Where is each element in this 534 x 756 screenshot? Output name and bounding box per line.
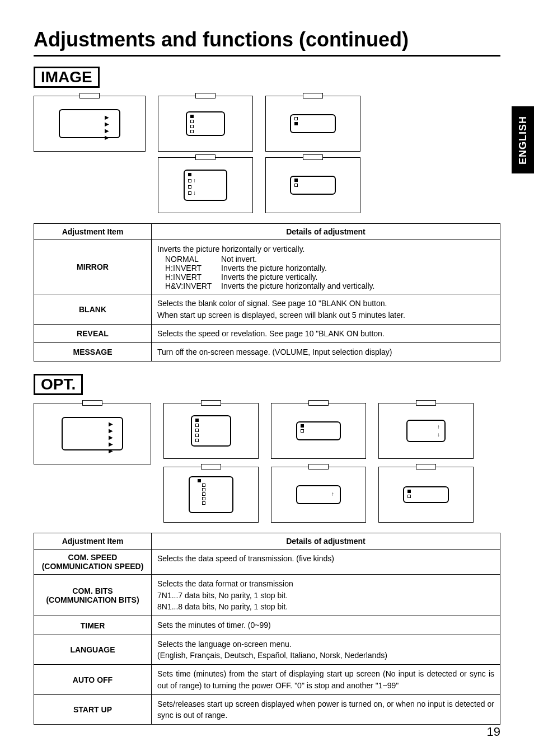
details-cell: Sets/releases start up screen displayed …: [152, 694, 500, 725]
screen-tab-icon: [82, 400, 102, 406]
diagram-opt-c1: ↑↓: [378, 403, 474, 459]
inner-screen: [290, 114, 336, 133]
details-cell: Sets the minutes of timer. (0~99): [152, 616, 500, 635]
screen-tab-icon: [79, 93, 100, 98]
th-item: Adjustment Item: [34, 224, 152, 240]
details-text: Selects the data speed of transmission. …: [157, 553, 494, 564]
inner-screen: [191, 415, 231, 447]
diagram-opt-main: ▶▶▶▶▶: [34, 403, 151, 464]
diagram-menu-list1: [158, 96, 253, 152]
tree-icon: [198, 479, 205, 505]
item-cell: COM. BITS (COMMUNICATION BITS): [34, 575, 152, 616]
table-row: COM. BITS (COMMUNICATION BITS) Selects t…: [34, 575, 500, 616]
details-cell: Inverts the picture horizontally or vert…: [152, 240, 500, 294]
item-cell: REVEAL: [34, 324, 152, 342]
diagram-menu-select2: [265, 157, 360, 213]
item-cell: COM. SPEED (COMMUNICATION SPEED): [34, 550, 152, 575]
table-row: REVEAL Selects the speed or revelation. …: [34, 324, 500, 342]
section-label-opt: OPT.: [34, 374, 83, 395]
diagram-opt-a2: [163, 467, 259, 523]
diagram-menu-list2: ↑ ↓: [158, 157, 253, 213]
item-subtitle: (COMMUNICATION SPEED): [40, 562, 146, 571]
details-cell: Selects the speed or revelation. See pag…: [152, 324, 500, 342]
screen-tab-icon: [303, 93, 323, 98]
page-number: 19: [487, 725, 500, 739]
mirror-options: NORMALNot invert. H:INVERTInverts the pi…: [157, 255, 494, 290]
menu-list-icon: [190, 115, 194, 133]
details-text: Sets/releases start up screen displayed …: [157, 698, 494, 721]
item-title: COM. BITS: [72, 586, 113, 595]
details-text: Sets the minutes of timer. (0~99): [157, 619, 494, 631]
menu-list-icon: [294, 117, 298, 125]
updown-arrow-icon: ↑↓: [437, 424, 440, 438]
details-cell: Selects the language on-screen menu. (En…: [152, 635, 500, 665]
th-item: Adjustment Item: [34, 533, 152, 550]
details-cell: Sets time (minutes) from the start of di…: [152, 665, 500, 695]
details-text: Selects the data format or transmission …: [157, 578, 494, 612]
screen-tab-icon: [416, 464, 436, 469]
diagram-menu-main: ▶▶▶▶: [34, 96, 146, 152]
menu-list-icon: [294, 179, 298, 187]
opt-val: Inverts the picture horizontally and ver…: [221, 281, 374, 290]
th-details: Details of adjustment: [152, 224, 500, 240]
table-row: LANGUAGE Selects the language on-screen …: [34, 635, 500, 665]
section-label-image: IMAGE: [34, 67, 100, 88]
item-subtitle: (COMMUNICATION BITS): [40, 595, 146, 604]
mirror-intro: Inverts the picture horizontally or vert…: [157, 243, 494, 255]
details-text: Turn off the on-screen message. (VOLUME,…: [157, 346, 494, 358]
item-cell: TIMER: [34, 616, 152, 635]
screen-tab-icon: [201, 400, 221, 406]
side-tab-text: ENGLISH: [517, 115, 529, 164]
item-cell: START UP: [34, 694, 152, 725]
inner-screen: [189, 476, 233, 513]
opt-key: H:INVERT: [165, 273, 221, 281]
diagram-opt-a1: [163, 403, 259, 459]
th-details: Details of adjustment: [152, 533, 500, 550]
diagram-opt-b1: [271, 403, 366, 459]
inner-screen: [403, 486, 449, 503]
menu-list-icon: [407, 490, 411, 498]
item-cell: AUTO OFF: [34, 665, 152, 695]
table-row: MESSAGE Turn off the on-screen message. …: [34, 343, 500, 361]
details-cell: Selects the data format or transmission …: [152, 575, 500, 616]
table-row: TIMER Sets the minutes of timer. (0~99): [34, 616, 500, 635]
item-cell: LANGUAGE: [34, 635, 152, 665]
table-row: MIRROR Inverts the picture horizontally …: [34, 240, 500, 294]
item-cell: BLANK: [34, 294, 152, 325]
page-title: Adjustments and functions (continued): [34, 28, 500, 57]
image-diagram-row: ▶▶▶▶ ↑ ↓: [34, 96, 500, 213]
opt-key: H&V:INVERT: [165, 281, 221, 290]
screen-tab-icon: [195, 93, 216, 98]
inner-screen: [296, 421, 341, 440]
diagram-menu-select1: [265, 96, 360, 152]
screen-tab-icon: [303, 154, 323, 160]
opt-key: H:INVERT: [165, 264, 221, 273]
screen-tab-icon: [195, 154, 216, 160]
item-title: COM. SPEED: [68, 553, 118, 562]
item-cell: MESSAGE: [34, 343, 152, 361]
screen-tab-icon: [308, 464, 329, 469]
opt-val: Inverts the picture horizontally.: [221, 264, 327, 273]
details-text: Selects the speed or revelation. See pag…: [157, 328, 494, 339]
table-row: BLANK Selects the blank color of signal.…: [34, 294, 500, 325]
inner-screen: ▶▶▶▶: [59, 109, 120, 138]
opt-table: Adjustment Item Details of adjustment CO…: [34, 533, 500, 725]
inner-screen: ▶▶▶▶▶: [62, 417, 123, 450]
arrow-icons: ▶▶▶▶: [105, 115, 109, 140]
screen-tab-icon: [308, 400, 329, 406]
menu-list-icon: [301, 424, 304, 433]
up-arrow-icon: ↑: [331, 491, 334, 497]
opt-diagram-row: ▶▶▶▶▶: [34, 403, 500, 523]
details-text: Sets time (minutes) from the start of di…: [157, 668, 494, 691]
arrow-icons: ▶▶▶▶▶: [109, 421, 113, 454]
inner-screen: ↑: [296, 485, 341, 504]
opt-val: Not invert.: [221, 255, 257, 264]
inner-screen: ↑ ↓: [184, 170, 227, 201]
details-cell: Selects the data speed of transmission. …: [152, 550, 500, 575]
screen-tab-icon: [201, 464, 221, 469]
opt-key: NORMAL: [165, 255, 221, 264]
item-cell: MIRROR: [34, 240, 152, 294]
menu-list-icon: [195, 419, 199, 442]
opt-val: Inverts the picture vertically.: [221, 273, 317, 281]
details-cell: Turn off the on-screen message. (VOLUME,…: [152, 343, 500, 361]
